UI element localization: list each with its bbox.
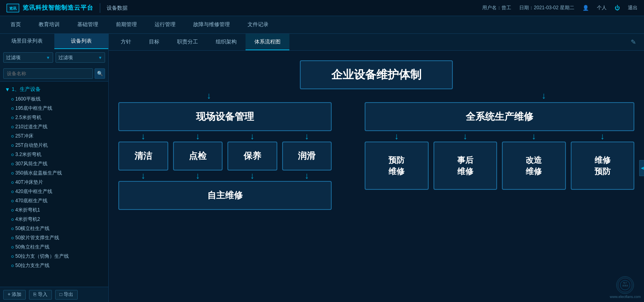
- delete-icon[interactable]: 🗑: [99, 124, 103, 129]
- delete-icon[interactable]: 🗑: [99, 226, 103, 231]
- tree-item-left: 4米折弯机1: [11, 207, 40, 214]
- delete-icon[interactable]: 🗑: [99, 235, 103, 240]
- flow-right-section: 全系统生产维修 ↓ ↓ ↓ ↓ 预防维修 事后维修 改造维修: [365, 102, 634, 210]
- tree-item-label: 50拉力支生产线: [15, 262, 50, 269]
- delete-icon[interactable]: 🗑: [99, 207, 103, 213]
- nav-education[interactable]: 教育培训: [30, 16, 68, 33]
- delete-icon[interactable]: 🗑: [99, 180, 103, 185]
- delete-icon[interactable]: 🗑: [99, 263, 103, 268]
- tree-item-dot: [11, 107, 14, 110]
- search-icon: 🔍: [97, 71, 103, 76]
- settings-icon[interactable]: ⚙: [93, 161, 97, 166]
- tree-item[interactable]: 420底中框生产线 ⚙ 🗑: [2, 187, 107, 196]
- tree-item[interactable]: 210过道生产线 ⚙ 🗑: [2, 122, 107, 131]
- nav-early[interactable]: 前期管理: [107, 16, 146, 33]
- delete-icon[interactable]: 🗑: [99, 152, 103, 157]
- settings-icon[interactable]: ⚙: [93, 124, 97, 129]
- tree-item[interactable]: 50拉力支（切角）生产线 ⚙ 🗑: [2, 252, 107, 261]
- tree-item[interactable]: 50横立柱生产线 ⚙ 🗑: [2, 224, 107, 233]
- nav-basic[interactable]: 基础管理: [68, 16, 107, 33]
- delete-icon[interactable]: 🗑: [99, 198, 103, 203]
- settings-icon[interactable]: ⚙: [93, 134, 97, 139]
- tree-item-left: 50横立柱生产线: [11, 225, 50, 232]
- settings-icon[interactable]: ⚙: [93, 97, 97, 102]
- settings-icon[interactable]: ⚙: [93, 263, 97, 268]
- tree-item[interactable]: 307风筒生产线 ⚙ 🗑: [2, 159, 107, 168]
- settings-icon[interactable]: ⚙: [93, 226, 97, 231]
- tree-item[interactable]: 2.5米折弯机 ⚙ 🗑: [2, 113, 107, 122]
- tree-item[interactable]: 25T自动垫片机 ⚙ 🗑: [2, 141, 107, 150]
- settings-icon[interactable]: ⚙: [93, 180, 97, 185]
- logout-label[interactable]: 退出: [628, 4, 638, 11]
- delete-icon[interactable]: 🗑: [99, 97, 103, 102]
- nav-fault[interactable]: 故障与维修管理: [184, 16, 239, 33]
- filter-select-1[interactable]: 过滤项 ▼: [3, 52, 53, 63]
- tree-item-left: 3.2米折弯机: [11, 151, 41, 158]
- delete-icon[interactable]: 🗑: [99, 244, 103, 250]
- settings-icon[interactable]: ⚙: [93, 244, 97, 250]
- tab-device-list[interactable]: 设备列表: [54, 34, 109, 49]
- edit-icon-button[interactable]: ✎: [629, 37, 638, 47]
- sub-tab-policy[interactable]: 方针: [112, 34, 140, 50]
- import-button[interactable]: ⎘ 导入: [29, 290, 52, 300]
- settings-icon[interactable]: ⚙: [93, 143, 97, 148]
- sub-tab-goal[interactable]: 目标: [140, 34, 168, 50]
- nav-operation[interactable]: 运行管理: [146, 16, 184, 33]
- delete-icon[interactable]: 🗑: [99, 115, 103, 120]
- delete-icon[interactable]: 🗑: [99, 134, 103, 139]
- flow-box-corrective: 事后维修: [433, 142, 497, 190]
- settings-icon[interactable]: ⚙: [93, 207, 97, 213]
- tree-item[interactable]: 25T冲床 ⚙ 🗑: [2, 131, 107, 141]
- add-button[interactable]: + 添加: [3, 290, 26, 300]
- tree-item[interactable]: 470底框生产线 ⚙ 🗑: [2, 196, 107, 205]
- tab-scene-list[interactable]: 场景目录列表: [0, 34, 54, 49]
- tree-item[interactable]: 50拉力支生产线 ⚙ 🗑: [2, 261, 107, 270]
- settings-icon[interactable]: ⚙: [93, 171, 97, 176]
- tree-item[interactable]: 4米折弯机1 ⚙ 🗑: [2, 205, 107, 215]
- flow-box-preventive: 预防维修: [365, 142, 429, 190]
- delete-icon[interactable]: 🗑: [99, 189, 103, 194]
- delete-icon[interactable]: 🗑: [99, 106, 103, 111]
- delete-icon[interactable]: 🗑: [99, 161, 103, 166]
- settings-icon[interactable]: ⚙: [93, 235, 97, 240]
- settings-icon[interactable]: ⚙: [93, 115, 97, 120]
- settings-icon[interactable]: ⚙: [93, 106, 97, 111]
- tree-item-dot: [11, 117, 14, 119]
- sub-tab-duties[interactable]: 职责分工: [168, 34, 207, 50]
- sidebar-collapse-btn[interactable]: ◀: [639, 160, 644, 176]
- delete-icon[interactable]: 🗑: [99, 217, 103, 222]
- tree-item[interactable]: 1600平板线 ⚙ 🗑: [2, 95, 107, 104]
- settings-icon[interactable]: ⚙: [93, 198, 97, 203]
- search-button[interactable]: 🔍: [95, 68, 105, 79]
- settings-icon[interactable]: ⚙: [93, 189, 97, 194]
- filter-select-2[interactable]: 过滤项 ▼: [56, 52, 105, 63]
- svg-text:电子: 电子: [623, 281, 627, 284]
- delete-icon[interactable]: 🗑: [99, 143, 103, 148]
- nav-files[interactable]: 文件记录: [239, 16, 277, 33]
- export-button[interactable]: □ 导出: [55, 290, 78, 300]
- delete-icon[interactable]: 🗑: [99, 171, 103, 176]
- tree-item-dot: [11, 237, 14, 239]
- svg-text:览讯: 览讯: [9, 6, 17, 10]
- tree-item[interactable]: 50胶片管支撑生产线 ⚙ 🗑: [2, 233, 107, 242]
- arrow-bottom4: ↓: [282, 171, 332, 181]
- settings-icon[interactable]: ⚙: [93, 217, 97, 222]
- search-input[interactable]: [3, 68, 93, 79]
- settings-icon[interactable]: ⚙: [93, 254, 97, 259]
- settings-icon[interactable]: ⚙: [93, 152, 97, 157]
- personal-label[interactable]: 个人: [597, 4, 607, 11]
- tree-item-dot: [11, 135, 14, 138]
- tree-item[interactable]: 50角立柱生产线 ⚙ 🗑: [2, 242, 107, 252]
- tree-item[interactable]: 195底中框生产线 ⚙ 🗑: [2, 104, 107, 113]
- tree-item[interactable]: 40T冲床垫片 ⚙ 🗑: [2, 178, 107, 187]
- tree-item[interactable]: 3.2米折弯机 ⚙ 🗑: [2, 150, 107, 159]
- delete-icon[interactable]: 🗑: [99, 254, 103, 259]
- sub-tab-flow[interactable]: 体系流程图: [246, 34, 289, 50]
- tree-item[interactable]: 4米折弯机2 ⚙ 🗑: [2, 215, 107, 224]
- sub-tab-org[interactable]: 组织架构: [207, 34, 246, 50]
- nav-home[interactable]: 首页: [2, 16, 30, 33]
- tree-item-left: 307风筒生产线: [11, 160, 47, 167]
- tree-item[interactable]: 350插水盆盖板生产线 ⚙ 🗑: [2, 168, 107, 178]
- flow-box-self-repair: 自主维修: [118, 181, 332, 210]
- flow-left-small-boxes: 清洁 点检 保养 润滑: [118, 142, 332, 171]
